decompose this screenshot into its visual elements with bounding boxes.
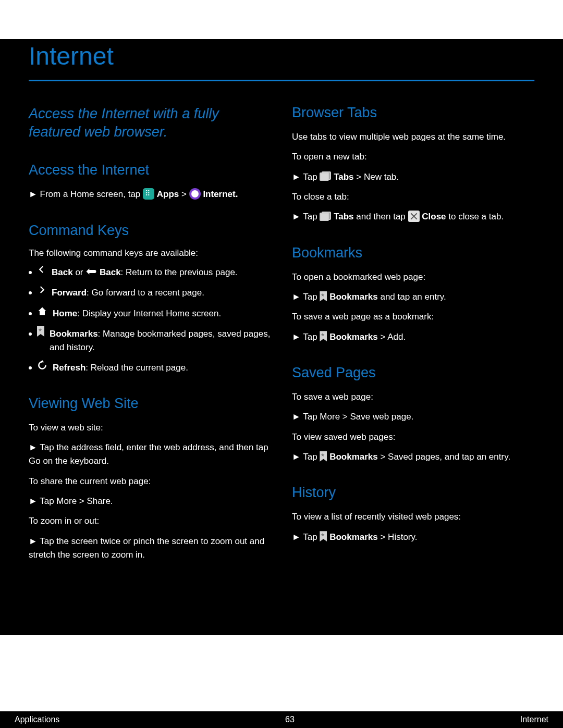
text: > Saved pages, and tap an entry. [378, 452, 510, 462]
text: ► Tap the address field, enter the web a… [29, 441, 271, 468]
label: Tabs [334, 212, 353, 221]
bullet [29, 291, 32, 294]
heading-command-keys: Command Keys [29, 223, 271, 239]
text: To view a list of recently visited web p… [292, 510, 534, 524]
internet-icon [189, 188, 201, 200]
heading-bookmarks: Bookmarks [292, 245, 534, 261]
command-row: Back or Back: Return to the previous pag… [29, 266, 271, 279]
text: > New tab. [354, 172, 399, 182]
label: Bookmarks [329, 332, 378, 342]
text: ► Tap More > Share. [29, 495, 271, 508]
text: : Return to the previous page. [121, 267, 238, 277]
text: To zoom in or out: [29, 514, 271, 528]
text: ► Tap More > Save web page. [292, 410, 534, 424]
bookmark-icon [320, 331, 327, 341]
text: To save a web page: [292, 390, 534, 404]
device-back-icon [85, 267, 97, 276]
label: Apps [157, 189, 179, 199]
right-column: Browser Tabs Use tabs to view multiple w… [292, 105, 534, 562]
text: > History. [378, 532, 418, 542]
label: Tabs [334, 172, 353, 182]
label: Close [422, 212, 446, 221]
command-row: Bookmarks: Manage bookmarked pages, save… [29, 327, 271, 354]
text: To open a bookmarked web page: [292, 270, 534, 284]
label: Bookmarks [50, 329, 98, 339]
left-column: Access the Internet with a fully feature… [29, 105, 271, 562]
label: Back [100, 267, 121, 277]
bullet [29, 312, 32, 315]
command-row: Home: Display your Internet Home screen. [29, 307, 271, 320]
text: and then tap [354, 212, 406, 221]
apps-icon [143, 188, 154, 200]
text: ► Tap [292, 532, 317, 542]
bullet [29, 332, 32, 336]
bookmark-icon [320, 291, 327, 302]
refresh-icon [37, 360, 47, 371]
close-icon [408, 211, 420, 222]
intro-text: Access the Internet with a fully feature… [29, 105, 271, 141]
bullet [29, 366, 32, 369]
text: ► Tap [292, 292, 317, 302]
text: To open a new tab: [292, 150, 534, 164]
text: To close a tab: [292, 190, 534, 204]
label: Bookmarks [329, 452, 378, 462]
home-icon [37, 306, 47, 316]
label: Internet. [203, 189, 238, 199]
bookmark-icon [37, 326, 44, 337]
command-row: Refresh: Reload the current page. [29, 361, 271, 375]
text: To save a web page as a bookmark: [292, 310, 534, 324]
label: Bookmarks [329, 532, 378, 542]
bullet [29, 271, 32, 274]
heading-history: History [292, 485, 534, 501]
label: Forward [52, 288, 87, 298]
text: > [181, 189, 189, 199]
text: The following command keys are available… [29, 248, 271, 258]
text: or [75, 267, 85, 277]
label: Bookmarks [329, 292, 378, 302]
command-row: Forward: Go forward to a recent page. [29, 286, 271, 300]
text: To view saved web pages: [292, 430, 534, 444]
footer-right: Internet [520, 715, 548, 724]
text: > Add. [378, 332, 406, 342]
forward-arrow-icon [37, 285, 46, 294]
text: : Go forward to a recent page. [87, 288, 204, 298]
heading-saved-pages: Saved Pages [292, 365, 534, 381]
text: To share the current web page: [29, 475, 271, 488]
text: Use tabs to view multiple web pages at t… [292, 130, 534, 144]
bookmark-icon [320, 451, 327, 462]
text: : Reload the current page. [85, 363, 188, 373]
bookmark-icon [320, 531, 327, 541]
heading-access-internet: Access the Internet [29, 162, 271, 178]
label: Back [52, 267, 73, 277]
page-footer: Applications 63 Internet [0, 711, 563, 728]
text: ► Tap [292, 212, 317, 221]
text: To view a web site: [29, 421, 271, 435]
text: and tap an entry. [378, 292, 446, 302]
text: ► From a Home screen, tap [29, 189, 140, 199]
text: : Display your Internet Home screen. [77, 309, 221, 318]
text: to close a tab. [446, 212, 504, 221]
page-title: Internet [29, 39, 534, 81]
back-arrow-icon [37, 265, 46, 274]
footer-page-number: 63 [285, 715, 295, 724]
label: Home [53, 309, 77, 318]
label: Refresh [53, 363, 85, 373]
text: ► Tap [292, 332, 317, 342]
text: ► Tap the screen twice or pinch the scre… [29, 535, 271, 562]
tabs-icon [320, 171, 331, 181]
text: ► Tap [292, 452, 317, 462]
footer-left: Applications [15, 715, 59, 724]
heading-browser-tabs: Browser Tabs [292, 105, 534, 121]
text: ► Tap [292, 172, 317, 182]
tabs-icon [320, 212, 331, 221]
heading-viewing-web-site: Viewing Web Site [29, 396, 271, 412]
